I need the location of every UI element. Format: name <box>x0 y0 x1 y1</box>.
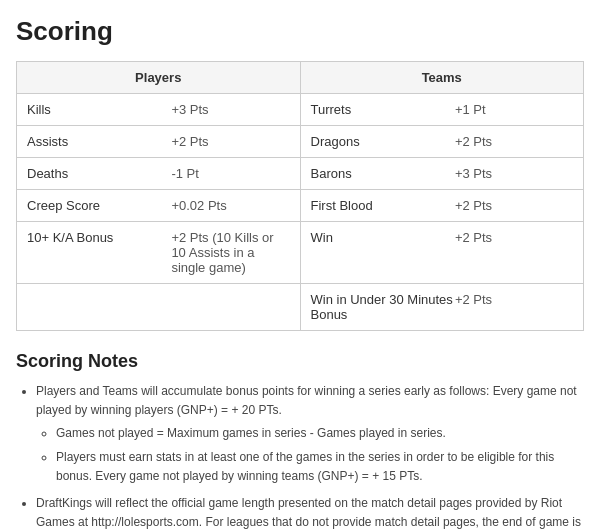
player-pts: +3 Pts <box>171 102 289 117</box>
players-cell: Assists+2 Pts <box>17 126 301 158</box>
team-pts: +2 Pts <box>455 292 573 322</box>
team-label: Dragons <box>311 134 455 149</box>
teams-cell: Barons+3 Pts <box>300 158 584 190</box>
team-label: Win <box>311 230 455 245</box>
table-row: Kills+3 PtsTurrets+1 Pt <box>17 94 584 126</box>
team-label: Turrets <box>311 102 455 117</box>
players-cell: 10+ K/A Bonus+2 Pts (10 Kills or 10 Assi… <box>17 222 301 284</box>
players-cell: Creep Score+0.02 Pts <box>17 190 301 222</box>
player-pts: +2 Pts (10 Kills or 10 Assists in a sing… <box>171 230 289 275</box>
list-item: Players and Teams will accumulate bonus … <box>36 382 584 486</box>
teams-cell: Win+2 Pts <box>300 222 584 284</box>
teams-cell: Win in Under 30 Minutes Bonus+2 Pts <box>300 284 584 331</box>
team-label: Win in Under 30 Minutes Bonus <box>311 292 455 322</box>
team-pts: +3 Pts <box>455 166 573 181</box>
scoring-table: Players Teams Kills+3 PtsTurrets+1 PtAss… <box>16 61 584 331</box>
scoring-notes-section: Scoring Notes Players and Teams will acc… <box>16 351 584 529</box>
team-pts: +2 Pts <box>455 230 573 245</box>
team-pts: +2 Pts <box>455 134 573 149</box>
player-pts: +0.02 Pts <box>171 198 289 213</box>
notes-title: Scoring Notes <box>16 351 584 372</box>
players-header: Players <box>17 62 301 94</box>
list-item: Games not played = Maximum games in seri… <box>56 424 584 443</box>
table-row: 10+ K/A Bonus+2 Pts (10 Kills or 10 Assi… <box>17 222 584 284</box>
players-cell: Kills+3 Pts <box>17 94 301 126</box>
teams-cell: Turrets+1 Pt <box>300 94 584 126</box>
player-label: 10+ K/A Bonus <box>27 230 171 275</box>
list-item: Players must earn stats in at least one … <box>56 448 584 486</box>
player-label: Assists <box>27 134 171 149</box>
notes-list: Players and Teams will accumulate bonus … <box>16 382 584 529</box>
teams-header: Teams <box>300 62 584 94</box>
team-pts: +2 Pts <box>455 198 573 213</box>
table-row: Deaths-1 PtBarons+3 Pts <box>17 158 584 190</box>
table-row: Assists+2 PtsDragons+2 Pts <box>17 126 584 158</box>
player-label: Kills <box>27 102 171 117</box>
team-label: Barons <box>311 166 455 181</box>
players-cell: Deaths-1 Pt <box>17 158 301 190</box>
table-row: Win in Under 30 Minutes Bonus+2 Pts <box>17 284 584 331</box>
player-label: Creep Score <box>27 198 171 213</box>
list-item: DraftKings will reflect the official gam… <box>36 494 584 529</box>
sub-list: Games not played = Maximum games in seri… <box>36 424 584 486</box>
table-row: Creep Score+0.02 PtsFirst Blood+2 Pts <box>17 190 584 222</box>
player-label: Deaths <box>27 166 171 181</box>
player-pts: +2 Pts <box>171 134 289 149</box>
team-pts: +1 Pt <box>455 102 573 117</box>
teams-cell: First Blood+2 Pts <box>300 190 584 222</box>
teams-cell: Dragons+2 Pts <box>300 126 584 158</box>
player-pts: -1 Pt <box>171 166 289 181</box>
page-title: Scoring <box>16 16 584 47</box>
team-label: First Blood <box>311 198 455 213</box>
players-cell <box>17 284 301 331</box>
